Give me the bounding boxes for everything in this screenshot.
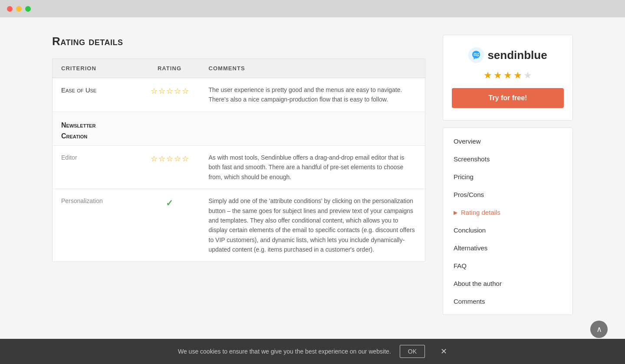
traffic-light-red[interactable] (7, 6, 13, 12)
nav-item-alternatives[interactable]: Alternatives (443, 239, 572, 257)
brand-star-1: ★ (484, 70, 492, 81)
check-icon: ✓ (166, 198, 173, 208)
star-1: ☆ (151, 85, 158, 98)
cookie-banner: We use cookies to ensure that we give yo… (0, 339, 625, 364)
rating-table: Criterion Rating Comments Ease of Use ☆ (52, 59, 425, 262)
criterion-ease-of-use: Ease of Use (53, 78, 139, 112)
section-rating (139, 111, 200, 145)
sidebar: sendinblue ★ ★ ★ ★ ★ Try for free! Overv… (443, 35, 573, 315)
page-content: Rating details Criterion Rating Comments… (0, 17, 625, 364)
star-5: ☆ (182, 153, 189, 165)
star-4: ☆ (174, 85, 181, 98)
nav-item-rating-details[interactable]: ▶ Rating details (443, 203, 572, 221)
comment-personalization: Simply add one of the 'attribute conditi… (200, 189, 425, 262)
nav-item-about-author[interactable]: About the author (443, 275, 572, 292)
table-section-row: NewsletterCreation (53, 111, 425, 145)
page-title: Rating details (52, 35, 425, 48)
chevron-up-icon: ∧ (596, 325, 602, 334)
comment-ease-of-use: The user experience is pretty good and t… (200, 78, 425, 112)
brand-star-2: ★ (493, 70, 502, 81)
sendinblue-logo-icon (468, 47, 484, 63)
nav-item-overview[interactable]: Overview (443, 132, 572, 150)
traffic-light-green[interactable] (25, 6, 31, 12)
brand-card: sendinblue ★ ★ ★ ★ ★ Try for free! (443, 35, 573, 121)
main-content: Rating details Criterion Rating Comments… (52, 35, 425, 262)
table-row: Editor ☆ ☆ ☆ ☆ ☆ As with most tools, Se (53, 145, 425, 189)
rating-editor: ☆ ☆ ☆ ☆ ☆ (139, 145, 200, 189)
comment-editor: As with most tools, Sendinblue offers a … (200, 145, 425, 189)
star-4: ☆ (174, 153, 181, 165)
col-header-rating: Rating (139, 59, 200, 78)
try-free-button[interactable]: Try for free! (452, 88, 564, 108)
section-criterion: NewsletterCreation (53, 111, 139, 145)
col-header-criterion: Criterion (53, 59, 139, 78)
brand-star-5: ★ (523, 70, 532, 81)
table-row: Personalization ✓ Simply add one of the … (53, 189, 425, 262)
nav-label-faq: FAQ (454, 262, 467, 269)
section-comment (200, 111, 425, 145)
stars-editor: ☆ ☆ ☆ ☆ ☆ (151, 153, 189, 165)
nav-item-faq[interactable]: FAQ (443, 257, 572, 275)
star-3: ☆ (166, 153, 173, 165)
nav-label-proscons: Pros/Cons (454, 191, 484, 198)
brand-star-3: ★ (503, 70, 512, 81)
star-2: ☆ (158, 153, 165, 165)
star-2: ☆ (158, 85, 165, 98)
browser-chrome (0, 0, 625, 17)
brand-star-4: ★ (513, 70, 522, 81)
nav-item-comments[interactable]: Comments (443, 292, 572, 310)
nav-card: Overview Screenshots Pricing Pros/Cons ▶… (443, 128, 573, 315)
nav-label-conclusion: Conclusion (454, 226, 486, 234)
nav-arrow-icon: ▶ (454, 210, 457, 216)
brand-stars: ★ ★ ★ ★ ★ (484, 70, 532, 81)
star-1: ☆ (151, 153, 158, 165)
main-layout: Rating details Criterion Rating Comments… (35, 35, 590, 315)
cookie-ok-button[interactable]: OK (400, 345, 425, 358)
rating-ease-of-use: ☆ ☆ ☆ ☆ ☆ (139, 78, 200, 112)
nav-item-conclusion[interactable]: Conclusion (443, 221, 572, 239)
table-header-row: Criterion Rating Comments (53, 59, 425, 78)
nav-label-pricing: Pricing (454, 173, 474, 180)
nav-label-about-author: About the author (454, 280, 502, 287)
nav-label-screenshots: Screenshots (454, 155, 490, 163)
traffic-light-yellow[interactable] (16, 6, 22, 12)
nav-item-pricing[interactable]: Pricing (443, 168, 572, 186)
criterion-editor: Editor (53, 145, 139, 189)
nav-item-proscons[interactable]: Pros/Cons (443, 186, 572, 203)
cookie-close-button[interactable]: ✕ (441, 348, 447, 355)
criterion-personalization: Personalization (53, 189, 139, 262)
star-3: ☆ (166, 85, 173, 98)
scroll-top-button[interactable]: ∧ (590, 321, 608, 338)
nav-label-alternatives: Alternatives (454, 244, 487, 252)
col-header-comments: Comments (200, 59, 425, 78)
nav-item-screenshots[interactable]: Screenshots (443, 150, 572, 168)
brand-logo: sendinblue (468, 47, 547, 63)
brand-name: sendinblue (487, 49, 547, 62)
nav-label-overview: Overview (454, 138, 481, 145)
nav-label-comments: Comments (454, 298, 485, 305)
cookie-message: We use cookies to ensure that we give yo… (178, 348, 391, 355)
rating-personalization: ✓ (139, 189, 200, 262)
nav-label-rating-details: Rating details (461, 209, 500, 216)
table-row: Ease of Use ☆ ☆ ☆ ☆ ☆ The user experien (53, 78, 425, 112)
star-5: ☆ (182, 85, 189, 98)
stars-ease-of-use: ☆ ☆ ☆ ☆ ☆ (151, 85, 189, 98)
